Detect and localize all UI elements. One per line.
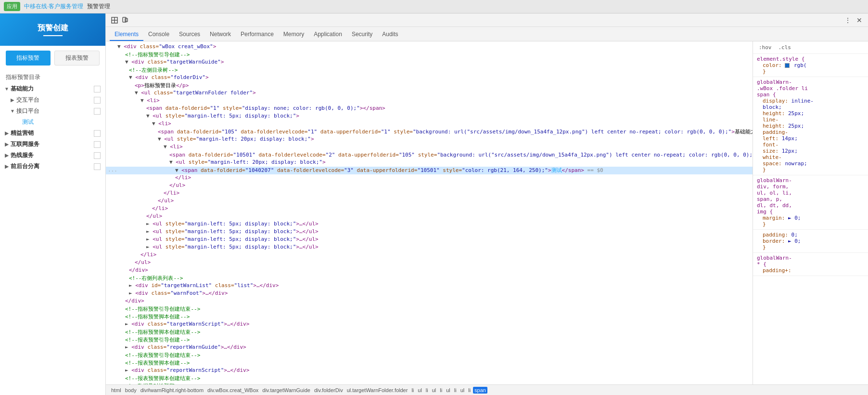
checkbox-interface[interactable] — [94, 108, 101, 115]
tree-item-test[interactable]: 测试 — [2, 117, 103, 128]
inspect-icon[interactable] — [110, 15, 119, 25]
styles-prop-lineheight2: height: 25px; — [757, 123, 864, 129]
breadcrumb-ul3[interactable]: ul — [445, 387, 452, 394]
tab-console[interactable]: Console — [143, 28, 174, 41]
tab-sources[interactable]: Sources — [174, 28, 205, 41]
breadcrumb-li3[interactable]: li — [438, 387, 444, 394]
tree-item-precision[interactable]: ▶ 精益营销 — [2, 128, 103, 139]
code-content: <!--报表预警脚本创建--> — [117, 359, 751, 367]
tab-performance[interactable]: Performance — [236, 28, 279, 41]
sidebar-tabs: 指标预警 报表预警 — [0, 46, 105, 70]
code-content: <!--报表预警脚本创建结束--> — [117, 375, 751, 382]
styles-panel: :hov .cls element.style { color: rgb( } … — [753, 41, 868, 384]
code-line: ▼ <li> — [106, 97, 753, 105]
code-content: <!--指标预警引导创建结束--> — [117, 305, 751, 313]
code-line: ▼ <div class="wBox creat_wBox"> — [106, 43, 753, 51]
code-line: </ul> — [106, 182, 753, 190]
code-line: ► <ul style="margin-left: 5px; display: … — [106, 244, 753, 251]
code-line-highlighted[interactable]: ... ▼ <span data-folderid="1040207" data… — [106, 167, 753, 174]
breadcrumb-div-warnright[interactable]: div#warnRight.right-bottom — [139, 387, 205, 394]
breadcrumb-span[interactable]: span — [473, 387, 487, 394]
tree-item-hotline[interactable]: ▶ 热线服务 — [2, 150, 103, 161]
code-line: ► <ul style="margin-left: 5px; display: … — [106, 228, 753, 236]
styles-selector-3e: dl, dt, dd, — [757, 202, 864, 209]
code-content: ► <div class="reportWarnGuide">…</div> — [117, 344, 751, 350]
breadcrumb-div-targetwarnguide[interactable]: div.targetWarnGuide — [261, 387, 312, 394]
more-options-icon[interactable]: ⋮ — [843, 15, 853, 25]
tab-indicator-warning[interactable]: 指标预警 — [6, 51, 51, 66]
tab-audits[interactable]: Audits — [377, 28, 403, 41]
checkbox-interaction[interactable] — [94, 97, 101, 104]
color-swatch[interactable] — [785, 63, 790, 68]
code-content: ▼ <div class="folderDiv"> — [117, 74, 751, 80]
code-line: </li> — [106, 174, 753, 182]
tab-memory[interactable]: Memory — [279, 28, 309, 41]
code-content: ► <ul style="margin-left: 5px; display: … — [117, 221, 751, 227]
code-content: </li> — [117, 174, 751, 181]
styles-prop-white2: space: nowrap; — [757, 160, 864, 167]
tree-item-basic[interactable]: ▼ 基础能力 — [2, 83, 103, 94]
close-devtools-icon[interactable]: ✕ — [855, 15, 864, 25]
code-line: ► <ul style="margin-left: 5px; display: … — [106, 236, 753, 244]
devtools-tabs: Elements Console Sources Network Perform… — [106, 27, 868, 41]
breadcrumb-ul1[interactable]: ul — [416, 387, 423, 394]
warning-mgmt-title[interactable]: 预警管理 — [87, 2, 110, 11]
code-line: <p>指标预警目录</p> — [106, 82, 753, 90]
breadcrumb-ul4[interactable]: ul — [459, 387, 466, 394]
breadcrumb-li4[interactable]: li — [453, 387, 458, 394]
breadcrumb-li1[interactable]: li — [410, 387, 415, 394]
breadcrumb-li2[interactable]: li — [424, 387, 430, 394]
breadcrumb-body[interactable]: body — [124, 387, 138, 394]
cls-btn[interactable]: .cls — [777, 43, 793, 52]
styles-selector-4b: * { — [757, 261, 864, 267]
breadcrumb-div-folderdiv[interactable]: div.folderDiv — [313, 387, 345, 394]
checkbox-basic[interactable] — [94, 86, 101, 92]
client-service-title: 中移在线·客户服务管理 — [24, 2, 83, 11]
breadcrumb-div-wbox[interactable]: div.wBox.creat_WBox — [206, 387, 260, 394]
arrow-icon-internet: ▶ — [4, 142, 10, 147]
code-line: </ul> — [106, 198, 753, 205]
code-line: <span data-folderid="10501" data-folderl… — [106, 151, 753, 159]
styles-prop-white: white- — [757, 154, 864, 160]
tree-item-internet[interactable]: ▶ 互联网服务 — [2, 139, 103, 150]
code-content: ► <ul style="margin-left: 5px; display: … — [117, 244, 751, 250]
code-line: <!--报表预警引导创建--> — [106, 336, 753, 344]
checkbox-backend[interactable] — [94, 163, 101, 170]
styles-rule-globalwarn2: globalWarn- div, form, ul, ol, li, span,… — [753, 175, 868, 230]
styles-prop-margin: margin: ► 0; — [757, 215, 864, 221]
code-line: </div> — [106, 267, 753, 275]
code-content: </li> — [117, 205, 751, 211]
code-line: <!--报表预警脚本创建--> — [106, 359, 753, 367]
tree-item-interaction[interactable]: ▶ 交互平台 — [2, 94, 103, 105]
code-content: </li> — [117, 190, 751, 196]
checkbox-hotline[interactable] — [94, 152, 101, 159]
tree-item-interface[interactable]: ▼ 接口平台 — [2, 105, 103, 117]
tab-elements[interactable]: Elements — [110, 28, 143, 41]
code-content: <!--报表预警引导创建结束--> — [117, 352, 751, 359]
code-line: ▼ <li> — [106, 144, 753, 151]
code-content: <p>指标预警目录</p> — [117, 82, 751, 89]
code-content: ▼ <ul class="targetWarnFolder folder"> — [117, 90, 751, 96]
hover-btn[interactable]: :hov — [757, 43, 774, 52]
checkbox-precision[interactable] — [94, 130, 101, 137]
code-content: ▼ <li> — [117, 120, 751, 127]
sidebar: 预警创建 指标预警 报表预警 指标预警目录 ▼ 基础能力 ▶ 交互平台 ▼ 接口… — [0, 13, 106, 395]
styles-selector-2c: span { — [757, 92, 864, 98]
breadcrumb-li5[interactable]: li — [467, 387, 472, 394]
tree-section-title: 指标预警目录 — [0, 70, 105, 83]
breadcrumb-html[interactable]: html — [110, 387, 123, 394]
code-content: <!--指标预警脚本创建结束--> — [117, 329, 751, 336]
breadcrumb-ul2[interactable]: ul — [431, 387, 438, 394]
tab-network[interactable]: Network — [205, 28, 236, 41]
tab-security[interactable]: Security — [347, 28, 377, 41]
breadcrumb-ul-targetwarnfolder[interactable]: ul.targetWarnFolder.folder — [345, 387, 409, 394]
code-content: ▼ <li> — [117, 97, 751, 104]
tab-report-warning[interactable]: 报表预警 — [54, 51, 100, 66]
arrow-icon: ▼ — [4, 86, 10, 92]
tab-application[interactable]: Application — [309, 28, 347, 41]
tree-item-backend[interactable]: ▶ 前后台分离 — [2, 161, 103, 172]
checkbox-internet[interactable] — [94, 141, 101, 148]
styles-selector-2: globalWarn- — [757, 79, 864, 85]
styles-rule-element: element.style { color: rgb( } — [753, 54, 868, 77]
device-toolbar-icon[interactable] — [120, 15, 130, 25]
